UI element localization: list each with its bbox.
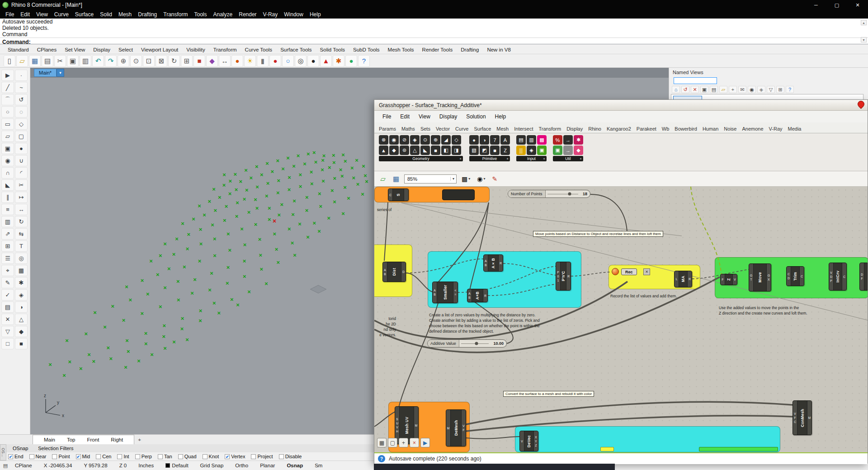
number-of-points-slider[interactable]: Number of Points 18 <box>508 190 590 198</box>
cplane-button[interactable]: CPlane <box>9 463 38 468</box>
collapsed-panel-tab[interactable]: OS… <box>0 444 6 461</box>
add-viewport-tab-icon[interactable]: + <box>135 436 144 443</box>
grasshopper-tab[interactable]: Sets <box>418 125 433 133</box>
sidebar-tool-icon[interactable]: ○ <box>1 106 14 118</box>
toolbar-icon[interactable]: ▲ <box>320 55 332 67</box>
panel-tab[interactable]: Selection Filters <box>33 445 78 451</box>
toolbar-icon[interactable]: ◆ <box>206 55 218 67</box>
toolbar-icon[interactable]: ✱ <box>333 55 344 67</box>
osnap-checkbox[interactable]: Near <box>29 454 47 459</box>
sidebar-tool-icon[interactable]: △ <box>15 314 28 325</box>
checkbox-box[interactable] <box>29 454 34 459</box>
toolbar-icon[interactable]: ✂ <box>54 55 66 67</box>
toolbar-icon[interactable]: ? <box>358 55 370 67</box>
grasshopper-tab[interactable]: Human <box>700 125 721 133</box>
osnap-checkbox[interactable]: Tan <box>158 454 172 459</box>
scroll-up-icon[interactable]: ▲ <box>861 20 867 25</box>
grasshopper-tab[interactable]: Surface <box>471 125 494 133</box>
sidebar-tool-icon[interactable]: ✂ <box>15 179 28 191</box>
component-icon[interactable]: ■ <box>490 146 500 155</box>
grasshopper-tab[interactable]: Intersect <box>511 125 536 133</box>
osnap-checkbox[interactable]: Disable <box>279 454 302 459</box>
named-views-toolbar-icon[interactable]: ⊞ <box>776 86 784 93</box>
record-clear-icon[interactable]: ✕ <box>643 268 650 275</box>
toolbar-tab[interactable]: CPlanes <box>33 46 61 54</box>
checkbox-box[interactable] <box>96 454 101 459</box>
sidebar-tool-icon[interactable]: ▶ <box>1 70 14 81</box>
menu-item[interactable]: Render <box>236 11 259 18</box>
record-toggle-icon[interactable] <box>612 268 619 275</box>
toolbar-icon[interactable]: ▥ <box>80 55 91 67</box>
named-views-toolbar-icon[interactable]: + <box>729 86 737 93</box>
sidebar-tool-icon[interactable]: ◣ <box>1 179 14 191</box>
toolbar-icon[interactable]: ▯ <box>4 55 15 67</box>
palette-group-label[interactable]: Input+ <box>516 156 547 161</box>
sidebar-tool-icon[interactable]: ↦ <box>15 192 28 203</box>
gh-component-top[interactable]: C S <box>388 188 409 201</box>
component-icon[interactable]: A <box>500 135 510 145</box>
grasshopper-tab[interactable]: V-Ray <box>766 125 785 133</box>
gh-component-multiplication[interactable]: A B A×B R <box>483 254 503 272</box>
toolbar-icon[interactable]: ⊙ <box>130 55 142 67</box>
named-views-toolbar-icon[interactable]: ✉ <box>738 86 746 93</box>
named-views-toolbar-icon[interactable]: ? <box>786 86 794 93</box>
status-corner-icon[interactable]: ▤ <box>2 462 9 469</box>
grasshopper-tab[interactable]: Mesh <box>494 125 511 133</box>
component-icon[interactable]: △ <box>410 146 420 155</box>
component-icon[interactable]: ⊚ <box>400 146 409 155</box>
palette-group-label[interactable]: Primitive+ <box>469 156 510 161</box>
layer-indicator[interactable]: Default <box>160 463 194 468</box>
slider-knob[interactable] <box>568 193 571 196</box>
palette-expand-icon[interactable]: + <box>543 157 545 161</box>
grasshopper-menu-item[interactable]: Solution <box>462 113 490 120</box>
grasshopper-canvas[interactable]: C S A B Dist D A B Smaller < = A B A×B R <box>374 187 868 452</box>
gh-component-deconstruct-mesh[interactable]: M DeMesh V F <box>446 409 466 446</box>
toolbar-icon[interactable]: ● <box>231 55 243 67</box>
toolbar-tab[interactable]: Standard <box>4 46 33 54</box>
component-icon[interactable]: ⊙ <box>420 135 430 145</box>
toolbar-tab[interactable]: Drafting <box>457 46 483 54</box>
menu-item[interactable]: Curve <box>51 11 72 18</box>
toolbar-icon[interactable]: ⊕ <box>118 55 129 67</box>
sidebar-tool-icon[interactable]: ∪ <box>15 155 28 166</box>
grasshopper-tab[interactable]: Parakeet <box>634 125 659 133</box>
checkbox-box[interactable] <box>178 454 183 459</box>
sidebar-tool-icon[interactable]: ◆ <box>15 326 28 337</box>
component-icon[interactable]: ◣ <box>420 146 430 155</box>
sidebar-tool-icon[interactable]: ▤ <box>1 301 14 313</box>
component-icon[interactable]: ◆ <box>389 146 399 155</box>
component-icon[interactable]: ▣ <box>553 146 562 155</box>
sidebar-tool-icon[interactable]: ✎ <box>1 277 14 288</box>
component-icon[interactable]: ◑ <box>480 135 489 145</box>
grasshopper-tab[interactable]: Bowerbird <box>672 125 700 133</box>
component-icon[interactable]: → <box>563 135 573 145</box>
menu-item[interactable]: Drafting <box>135 11 160 18</box>
osnap-checkbox[interactable]: Project <box>251 454 273 459</box>
osnap-checkbox[interactable]: Int <box>117 454 129 459</box>
sidebar-tool-icon[interactable]: ■ <box>15 338 28 349</box>
sidebar-tool-icon[interactable]: ▱ <box>1 131 14 142</box>
checkbox-box[interactable]: ✔ <box>8 454 13 459</box>
gh-component-deconstruct-vector[interactable]: V DeVec X Y Z <box>519 431 538 451</box>
toolbar-tab[interactable]: Select <box>114 46 137 54</box>
grasshopper-titlebar[interactable]: Grasshopper - Surface_Tracking_Additive* <box>374 100 868 111</box>
windows-taskbar-strip[interactable] <box>374 464 615 470</box>
smarttrack-toggle[interactable]: Sm <box>309 463 328 468</box>
gh-component-pick-n-choose[interactable]: P 0 1 P'n'C R <box>556 262 571 291</box>
component-icon[interactable]: ◩ <box>480 146 489 155</box>
sidebar-tool-icon[interactable]: ~ <box>15 82 28 93</box>
palette-expand-icon[interactable]: + <box>459 157 462 161</box>
grasshopper-menu-item[interactable]: File <box>378 113 396 120</box>
menu-item[interactable]: Mesh <box>115 11 135 18</box>
component-icon[interactable]: ● <box>469 135 479 145</box>
gh-component-construct-mesh[interactable]: V F C ConMesh M <box>793 400 812 435</box>
component-icon[interactable]: Z <box>500 146 510 155</box>
overlay-tool-icon[interactable]: × <box>410 438 419 447</box>
toolbar-tab[interactable]: Set View <box>61 46 89 54</box>
sidebar-tool-icon[interactable]: ☰ <box>1 253 14 264</box>
viewport-tab-main[interactable]: Main* <box>34 69 57 77</box>
menu-item[interactable]: Solid <box>97 11 115 18</box>
chevron-down-icon[interactable]: ▾ <box>450 177 456 181</box>
component-icon[interactable]: ◨ <box>452 146 461 155</box>
sidebar-tool-icon[interactable]: ↔ <box>15 204 28 215</box>
